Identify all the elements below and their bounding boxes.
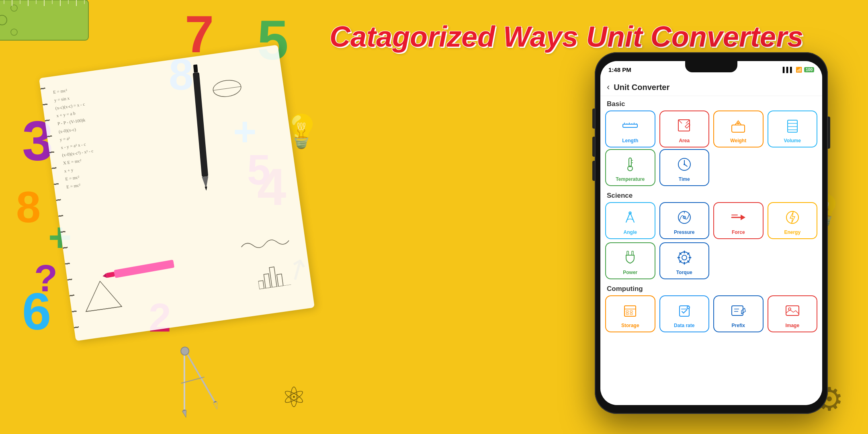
volume-icon [783,116,802,135]
energy-label: Energy [784,229,800,235]
pressure-icon [675,208,694,227]
svg-line-29 [169,349,200,411]
section-basic: Basic [600,96,822,111]
converter-power[interactable]: Power [605,242,655,279]
svg-rect-88 [626,313,628,315]
battery-indicator: 100 [804,67,814,72]
svg-marker-28 [205,186,207,190]
weight-icon [729,116,748,135]
svg-point-64 [684,164,685,165]
svg-line-48 [678,120,682,123]
converter-angle[interactable]: Angle [605,202,655,239]
converter-length[interactable]: Length [605,111,655,147]
svg-rect-40 [623,124,637,127]
converter-storage[interactable]: Storage [605,295,655,332]
power-icon [620,248,640,267]
datarate-icon [675,301,694,320]
svg-rect-73 [627,251,628,255]
time-label: Time [679,176,690,182]
converter-area[interactable]: Area [659,111,710,147]
svg-line-82 [688,261,689,262]
converter-time[interactable]: Time [659,149,710,186]
back-button[interactable]: ‹ [607,82,610,92]
svg-line-84 [680,261,681,262]
volume-label: Volume [784,138,801,143]
torque-label: Torque [676,270,692,275]
basic-grid-2: Temperature Time [600,149,822,188]
svg-rect-25 [193,64,198,73]
app-content: ‹ Unit Converter Basic [600,78,822,405]
converter-weight[interactable]: Weight [713,111,764,147]
converter-image[interactable]: Image [768,295,818,332]
storage-label: Storage [621,323,639,328]
notebook-deco: E = mc² y = sin x (x-c)(x-c) = x - c x +… [39,45,315,341]
converter-pressure[interactable]: Pressure [659,202,710,239]
svg-marker-35 [213,402,219,409]
svg-rect-38 [106,272,115,278]
prefix-icon [729,301,748,320]
deco-num-6: 6 [22,285,51,338]
force-label: Force [732,229,745,235]
deco-atom: ⚛ [281,381,307,414]
app-title: Unit Converter [614,83,669,92]
science-grid: Angle Pressure [600,202,822,241]
svg-rect-50 [732,125,745,132]
converter-temperature[interactable]: Temperature [605,149,655,186]
length-label: Length [622,138,638,143]
svg-rect-57 [629,158,631,167]
status-icons: ▌▌▌ 📶 100 [783,67,814,73]
converter-torque[interactable]: Torque [659,242,710,279]
deco-num-8-orange: 8 [16,185,41,229]
prefix-label: Prefix [732,323,745,328]
converter-energy[interactable]: Energy [768,202,818,239]
svg-rect-89 [630,311,633,312]
phone-screen: 1:48 PM P ▌▌▌ 📶 100 ‹ Unit Converter [600,61,822,405]
length-icon [620,116,640,135]
power-label: Power [623,270,637,275]
weight-label: Weight [730,138,746,143]
app-header: ‹ Unit Converter [600,78,822,96]
converter-datarate[interactable]: Data rate [659,295,710,332]
svg-line-19 [213,86,241,90]
svg-line-30 [184,345,215,407]
svg-marker-16 [82,278,122,311]
converter-volume[interactable]: Volume [768,111,818,147]
svg-rect-21 [264,274,270,288]
phone-device: 1:48 PM P ▌▌▌ 📶 100 ‹ Unit Converter [595,52,828,414]
svg-marker-39 [102,273,107,279]
section-science: Science [600,188,822,202]
energy-icon [783,208,802,227]
area-icon [675,116,694,135]
angle-icon [620,208,640,227]
main-title-area: Catagorized Ways Unit Converters [330,20,792,53]
svg-rect-99 [786,306,799,315]
converter-force[interactable]: Force [713,202,764,239]
svg-point-76 [682,255,687,260]
svg-marker-36 [182,410,188,418]
svg-rect-74 [632,251,633,255]
pressure-label: Pressure [674,229,694,235]
svg-marker-70 [741,215,745,220]
time-icon [675,155,694,174]
converter-prefix[interactable]: Prefix [713,295,764,332]
svg-line-83 [688,253,689,254]
science-grid-2: Power [600,241,822,281]
temperature-icon [620,155,640,174]
svg-rect-53 [788,120,797,132]
storage-icon [620,301,640,320]
basic-grid: Length Area [600,111,822,149]
svg-line-49 [686,120,690,123]
image-icon [783,301,802,320]
section-computing: Computing [600,281,822,295]
svg-line-81 [680,253,681,254]
torque-icon [675,248,694,267]
signal-bars-icon: ▌▌▌ [783,67,794,73]
force-icon [729,208,748,227]
wifi-icon: 📶 [796,67,802,73]
svg-rect-20 [258,280,264,289]
svg-rect-23 [277,274,283,287]
area-label: Area [679,138,690,143]
deco-ruler-top [0,0,92,48]
svg-line-17 [86,307,122,312]
angle-label: Angle [624,229,637,235]
